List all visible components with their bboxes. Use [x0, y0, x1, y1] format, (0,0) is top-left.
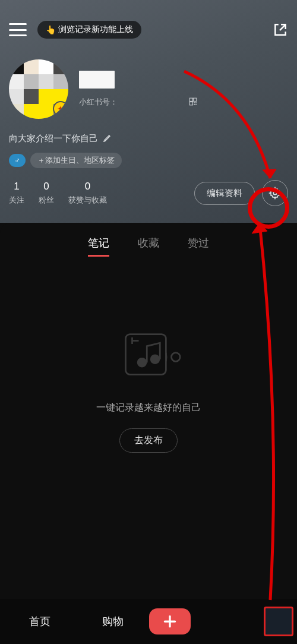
edit-bio-icon[interactable] — [103, 133, 112, 144]
bio-row[interactable]: 向大家介绍一下你自己 — [9, 133, 288, 144]
profile-header: 👆 浏览记录新功能上线 ✦ 小红书号： — [0, 0, 297, 223]
badge-text: 浏览记录新功能上线 — [58, 24, 133, 35]
menu-icon[interactable] — [9, 23, 27, 36]
edit-profile-button[interactable]: 编辑资料 — [194, 182, 255, 205]
add-tags-chip[interactable]: ＋添加生日、地区标签 — [30, 153, 122, 168]
qr-icon[interactable] — [189, 97, 197, 108]
empty-text: 一键记录越来越好的自己 — [0, 402, 297, 414]
svg-point-11 — [172, 353, 181, 362]
nav-add-button[interactable] — [149, 608, 191, 634]
nav-profile-thumb[interactable] — [264, 607, 293, 636]
nav-home[interactable]: 首页 — [4, 614, 77, 629]
new-feature-badge[interactable]: 👆 浏览记录新功能上线 — [37, 21, 141, 39]
tab-collects[interactable]: 收藏 — [138, 236, 159, 257]
svg-point-7 — [273, 191, 277, 195]
avatar-tag-icon: ✦ — [53, 101, 68, 116]
svg-rect-0 — [189, 98, 192, 101]
bottom-nav: 首页 购物 — [0, 599, 297, 644]
top-bar: 👆 浏览记录新功能上线 — [9, 12, 288, 48]
svg-rect-6 — [195, 104, 197, 105]
gender-chip[interactable]: ♂ — [9, 154, 26, 167]
empty-state: 一键记录越来越好的自己 去发布 — [0, 324, 297, 453]
stat-likes[interactable]: 0 获赞与收藏 — [68, 181, 107, 206]
svg-point-10 — [150, 354, 160, 364]
nickname[interactable] — [79, 71, 115, 89]
publish-button[interactable]: 去发布 — [119, 428, 178, 453]
stats-row: 1 关注 0 粉丝 0 获赞与收藏 编辑资料 — [9, 180, 288, 206]
stat-followers[interactable]: 0 粉丝 — [39, 181, 54, 206]
svg-point-9 — [137, 358, 147, 368]
svg-rect-5 — [194, 104, 195, 105]
settings-button[interactable] — [262, 180, 288, 206]
svg-rect-4 — [195, 102, 197, 103]
nav-shop[interactable]: 购物 — [77, 614, 150, 629]
profile-row: ✦ 小红书号： — [9, 59, 288, 119]
content-sheet: 笔记 收藏 赞过 一键记录越来越好的自己 去发布 — [0, 223, 297, 644]
tab-notes[interactable]: 笔记 — [88, 236, 109, 257]
stat-following[interactable]: 1 关注 — [9, 181, 24, 206]
svg-rect-2 — [189, 102, 192, 105]
share-icon[interactable] — [273, 22, 288, 37]
tab-likes[interactable]: 赞过 — [188, 236, 209, 257]
gear-icon — [268, 187, 282, 200]
tab-bar: 笔记 收藏 赞过 — [0, 223, 297, 265]
avatar[interactable]: ✦ — [9, 59, 68, 119]
music-note-icon — [116, 324, 181, 390]
pointer-icon: 👆 — [46, 25, 56, 34]
svg-rect-1 — [194, 98, 197, 101]
svg-rect-3 — [194, 102, 195, 103]
bio-text: 向大家介绍一下你自己 — [9, 133, 98, 144]
app-id-label: 小红书号： — [79, 97, 288, 108]
